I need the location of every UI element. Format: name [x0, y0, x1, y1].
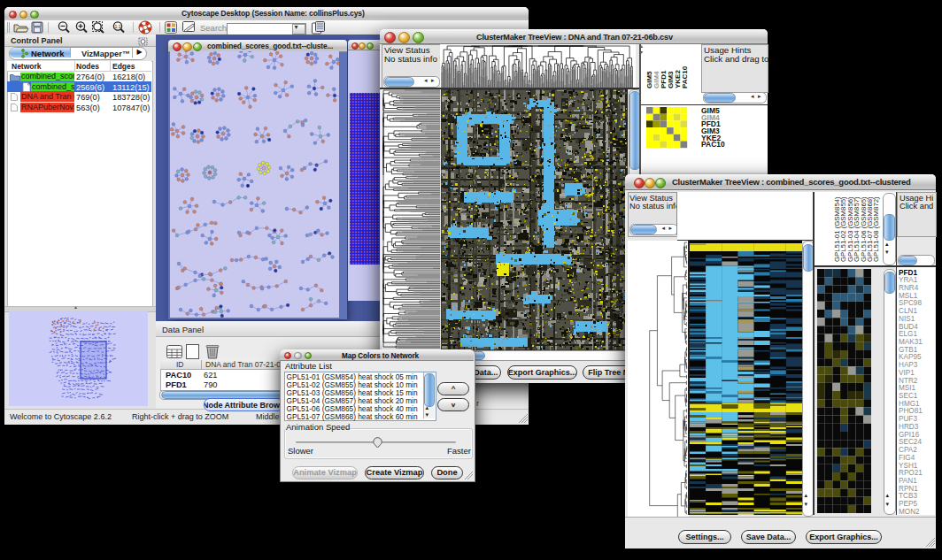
svg-text:1:1: 1:1 [115, 24, 121, 29]
